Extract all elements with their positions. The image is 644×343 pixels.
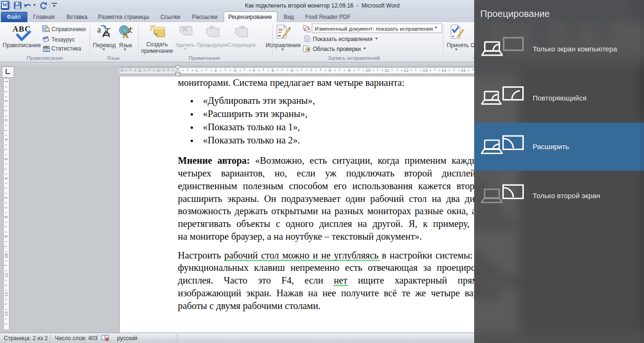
svg-text:a: a [97,25,101,34]
svg-text:ABC: ABC [43,45,50,49]
svg-text:A: A [123,31,129,39]
svg-text:123: 123 [44,49,49,52]
